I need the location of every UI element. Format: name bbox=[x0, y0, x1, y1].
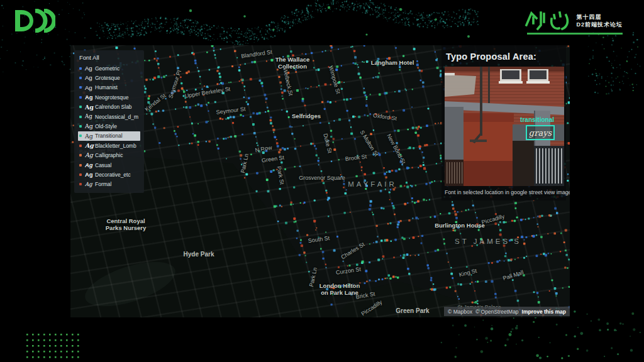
legend-item-label: Calrendon Slab bbox=[95, 104, 132, 110]
map-canvas[interactable]: Blandford StSeymour PlThe Wallace Collec… bbox=[70, 45, 570, 317]
font-sample-glyph: Ag bbox=[85, 65, 95, 72]
font-sample-glyph: Ag bbox=[85, 172, 95, 178]
legend-item-label: Formal bbox=[95, 181, 111, 187]
detected-text-grays: grays bbox=[529, 128, 553, 138]
category-color-dot bbox=[79, 125, 82, 128]
improve-map-link[interactable]: Improve this map bbox=[522, 309, 566, 315]
legend-item-label: Old-Style bbox=[95, 123, 117, 129]
legend-header: Font All bbox=[79, 54, 140, 61]
d2-logo bbox=[14, 9, 55, 35]
legend-item-label: Transitional bbox=[95, 133, 123, 139]
font-sample-glyph: Ag bbox=[85, 143, 95, 149]
category-color-dot bbox=[79, 77, 82, 79]
legend-item-label: Blackletter_Lomb bbox=[95, 143, 136, 149]
font-sample-glyph: Ag bbox=[85, 94, 95, 101]
legend-item-decorative-etc[interactable]: AgDecorative_etc bbox=[78, 170, 140, 179]
legend-item-label: Humanist bbox=[95, 84, 118, 90]
map-attribution: © Mapbox © OpenStreetMap Improve this ma… bbox=[444, 307, 570, 316]
event-underline bbox=[527, 33, 623, 35]
legend-item-label: Grotesque bbox=[95, 75, 120, 81]
legend-item-neoclassical-d-m[interactable]: AgNeoclassical_d_m bbox=[78, 112, 140, 121]
panel-caption: Font in selected location in google stre… bbox=[445, 189, 564, 195]
font-sample-glyph: Ag bbox=[85, 85, 95, 91]
legend-item-calrendon-slab[interactable]: AgCalrendon Slab bbox=[78, 102, 140, 112]
category-color-dot bbox=[79, 134, 82, 137]
panel-title: Typo Proposal Area: bbox=[446, 52, 564, 62]
legend-item-transitional[interactable]: AgTransitional bbox=[78, 131, 140, 141]
legend-item-geometric[interactable]: AgGeometric bbox=[78, 63, 140, 73]
category-color-dot bbox=[79, 86, 82, 89]
category-color-dot bbox=[79, 96, 82, 99]
mapbox-link[interactable]: © Mapbox bbox=[448, 309, 472, 315]
legend-item-grotesque[interactable]: AgGrotesque bbox=[78, 73, 140, 82]
category-color-dot bbox=[79, 154, 82, 156]
category-color-dot bbox=[79, 183, 82, 185]
legend-item-calligraphic[interactable]: AgCalligraphic bbox=[78, 151, 140, 160]
category-color-dot bbox=[79, 145, 82, 147]
legend-item-label: Casual bbox=[95, 162, 111, 168]
category-color-dot bbox=[79, 106, 82, 108]
legend-item-label: Neoclassical_d_m bbox=[95, 114, 138, 120]
font-sample-glyph: Ag bbox=[85, 75, 95, 81]
legend-item-blackletter-lomb[interactable]: AgBlackletter_Lomb bbox=[78, 141, 140, 150]
legend-item-humanist[interactable]: AgHumanist bbox=[78, 83, 140, 92]
osm-link[interactable]: © OpenStreetMap bbox=[475, 309, 519, 315]
category-color-dot bbox=[79, 164, 82, 167]
font-sample-glyph: Ag bbox=[85, 123, 95, 129]
font-sample-glyph: Ag bbox=[85, 104, 95, 111]
chuangxin-logo bbox=[525, 10, 571, 31]
font-sample-glyph: Ag bbox=[85, 133, 95, 140]
font-sample-glyph: Ag bbox=[85, 162, 95, 168]
category-color-dot bbox=[79, 67, 82, 70]
font-sample-glyph: Ag bbox=[85, 114, 95, 119]
font-sample-glyph: Ag bbox=[85, 182, 95, 187]
annotation-class-label: transitional bbox=[520, 116, 554, 123]
font-filter-legend: Font All AgGeometricAgGrotesqueAgHumanis… bbox=[74, 50, 144, 193]
font-sample-glyph: Ag bbox=[85, 152, 95, 158]
legend-item-label: Calligraphic bbox=[95, 152, 123, 158]
event-line1: 第十四届 bbox=[576, 13, 623, 21]
streetview-image: graystransitional bbox=[445, 67, 564, 186]
legend-item-label: Neogrotesque bbox=[95, 94, 128, 101]
legend-item-neogrotesque[interactable]: AgNeogrotesque bbox=[78, 92, 140, 102]
category-color-dot bbox=[79, 116, 82, 118]
event-line2: D2前端技术论坛 bbox=[576, 21, 623, 28]
typo-proposal-panel: Typo Proposal Area: graystransitional Fo… bbox=[441, 45, 566, 200]
legend-item-label: Decorative_etc bbox=[95, 172, 131, 178]
legend-item-casual[interactable]: AgCasual bbox=[78, 160, 140, 170]
slide: 第十四届 D2前端技术论坛 Blandford StSeymour PlThe … bbox=[0, 0, 644, 362]
legend-item-label: Geometric bbox=[95, 65, 119, 72]
legend-item-formal[interactable]: AgFormal bbox=[78, 180, 140, 189]
category-color-dot bbox=[79, 173, 82, 176]
legend-item-old-style[interactable]: AgOld-Style bbox=[78, 121, 140, 131]
event-branding: 第十四届 D2前端技术论坛 bbox=[525, 10, 623, 31]
